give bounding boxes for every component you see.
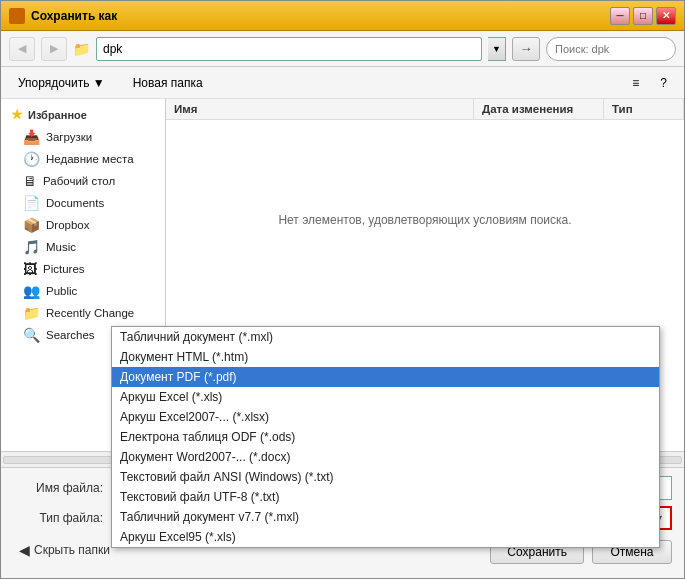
go-button[interactable]: → <box>512 37 540 61</box>
view-icons: ≡ ? <box>623 72 676 94</box>
dropdown-item-9[interactable]: Табличний документ v7.7 (*.mxl) <box>112 507 659 527</box>
pictures-icon: 🖼 <box>23 261 37 277</box>
filetype-section: Табличний документ (*.mxl) Документ HTML… <box>13 506 672 530</box>
dropdown-item-10[interactable]: Аркуш Excel95 (*.xls) <box>112 527 659 547</box>
hide-folders-arrow-icon: ◀ <box>19 542 30 558</box>
toolbar: Упорядочить ▼ Новая папка ≡ ? <box>1 67 684 99</box>
column-type[interactable]: Тип <box>604 99 684 119</box>
address-dropdown-button[interactable]: ▼ <box>488 37 506 61</box>
title-bar-text: Сохранить как <box>31 9 604 23</box>
documents-icon: 📄 <box>23 195 40 211</box>
sidebar-item-music[interactable]: 🎵 Music <box>1 236 165 258</box>
dropdown-item-3[interactable]: Аркуш Excel (*.xls) <box>112 387 659 407</box>
empty-message: Нет элементов, удовлетворяющих условиям … <box>166 120 684 320</box>
minimize-button[interactable]: ─ <box>610 7 630 25</box>
go-icon: → <box>520 41 533 56</box>
filetype-label: Тип файла: <box>13 511 103 525</box>
recent-icon: 🕐 <box>23 151 40 167</box>
column-name[interactable]: Имя <box>166 99 474 119</box>
view-toggle-button[interactable]: ≡ <box>623 72 648 94</box>
sidebar-item-pictures[interactable]: 🖼 Pictures <box>1 258 165 280</box>
forward-button[interactable]: ▶ <box>41 37 67 61</box>
sidebar-item-dropbox[interactable]: 📦 Dropbox <box>1 214 165 236</box>
new-folder-label: Новая папка <box>133 76 203 90</box>
star-icon: ★ <box>11 107 23 122</box>
favorites-header: ★ Избранное <box>1 103 165 126</box>
sidebar-item-documents[interactable]: 📄 Documents <box>1 192 165 214</box>
sidebar-item-desktop[interactable]: 🖥 Рабочий стол <box>1 170 165 192</box>
dropdown-item-0[interactable]: Табличний документ (*.mxl) <box>112 327 659 347</box>
music-icon: 🎵 <box>23 239 40 255</box>
title-bar-buttons: ─ □ ✕ <box>610 7 676 25</box>
column-date[interactable]: Дата изменения <box>474 99 604 119</box>
public-icon: 👥 <box>23 283 40 299</box>
help-button[interactable]: ? <box>651 72 676 94</box>
recently-change-icon: 📁 <box>23 305 40 321</box>
sidebar-item-recent[interactable]: 🕐 Недавние места <box>1 148 165 170</box>
address-bar: ◀ ▶ 📁 dpk ▼ → <box>1 31 684 67</box>
bottom-area: Имя файла: Табличний документ (*.mxl) До… <box>1 467 684 578</box>
back-button[interactable]: ◀ <box>9 37 35 61</box>
title-bar-icon <box>9 8 25 24</box>
folder-icon: 📁 <box>73 41 90 57</box>
title-bar: Сохранить как ─ □ ✕ <box>1 1 684 31</box>
hide-folders-button[interactable]: ◀ Скрыть папки <box>13 540 116 560</box>
view-icon: ≡ <box>632 76 639 90</box>
filename-label: Имя файла: <box>13 481 103 495</box>
organize-label: Упорядочить ▼ <box>18 76 105 90</box>
downloads-icon: 📥 <box>23 129 40 145</box>
dropdown-item-8[interactable]: Текстовий файл UTF-8 (*.txt) <box>112 487 659 507</box>
organize-button[interactable]: Упорядочить ▼ <box>9 72 114 94</box>
dropbox-icon: 📦 <box>23 217 40 233</box>
new-folder-button[interactable]: Новая папка <box>124 72 212 94</box>
sidebar-item-downloads[interactable]: 📥 Загрузки <box>1 126 165 148</box>
maximize-button[interactable]: □ <box>633 7 653 25</box>
dropdown-item-4[interactable]: Аркуш Excel2007-... (*.xlsx) <box>112 407 659 427</box>
dropdown-item-1[interactable]: Документ HTML (*.htm) <box>112 347 659 367</box>
close-button[interactable]: ✕ <box>656 7 676 25</box>
sidebar-item-public[interactable]: 👥 Public <box>1 280 165 302</box>
desktop-icon: 🖥 <box>23 173 37 189</box>
help-icon: ? <box>660 76 667 90</box>
filetype-dropdown-list[interactable]: Табличний документ (*.mxl) Документ HTML… <box>111 326 660 548</box>
dropdown-item-5[interactable]: Електрона таблиця ODF (*.ods) <box>112 427 659 447</box>
save-as-dialog: Сохранить как ─ □ ✕ ◀ ▶ 📁 dpk ▼ → Упоряд… <box>0 0 685 579</box>
dropdown-item-7[interactable]: Текстовий файл ANSI (Windows) (*.txt) <box>112 467 659 487</box>
file-list-header: Имя Дата изменения Тип <box>166 99 684 120</box>
search-input[interactable] <box>546 37 676 61</box>
sidebar-item-recently-change[interactable]: 📁 Recently Change <box>1 302 165 324</box>
dropdown-item-2[interactable]: Документ PDF (*.pdf) <box>112 367 659 387</box>
dropdown-item-6[interactable]: Документ Word2007-... (*.docx) <box>112 447 659 467</box>
searches-icon: 🔍 <box>23 327 40 343</box>
hide-folders-label: Скрыть папки <box>34 543 110 557</box>
address-path[interactable]: dpk <box>96 37 482 61</box>
